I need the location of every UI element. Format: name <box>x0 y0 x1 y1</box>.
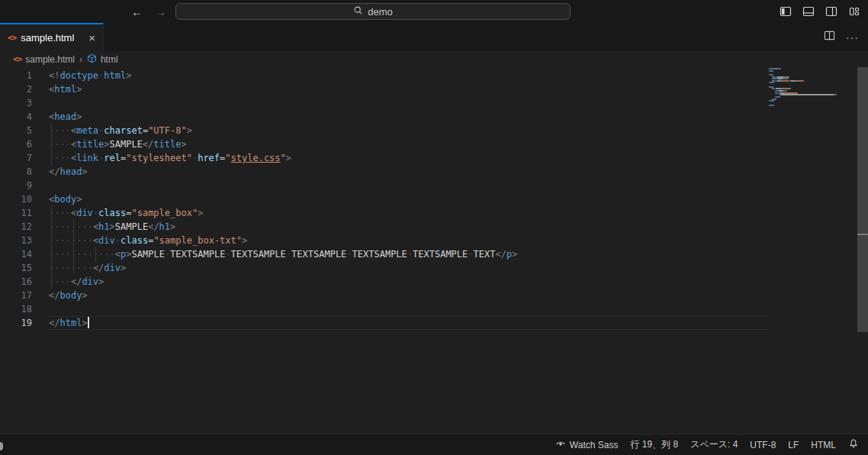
status-bar: Watch Sass 行 19、列 8 スペース: 4 UTF-8 LF HTM… <box>0 434 868 455</box>
text-cursor <box>88 317 89 328</box>
more-actions-icon[interactable]: ··· <box>846 31 859 44</box>
breadcrumb: <> sample.html › html <box>0 51 868 67</box>
code-line[interactable]: ····<meta·charset="UTF-8"> <box>49 124 769 137</box>
indent-guide <box>51 234 52 247</box>
indent-guide <box>73 234 74 247</box>
toggle-sidebar-icon[interactable] <box>780 5 792 18</box>
code-line[interactable]: ········<div·class="sample_box-txt"> <box>49 234 769 247</box>
minimap[interactable] <box>769 68 857 106</box>
line-number[interactable]: 1 <box>0 69 49 82</box>
code-line[interactable]: ····<link·rel="stylesheet"·href="style.c… <box>49 151 769 165</box>
code-line[interactable]: <!doctype·html> <box>49 69 769 82</box>
status-language[interactable]: HTML <box>805 437 842 453</box>
line-number[interactable]: 16 <box>0 275 49 289</box>
toggle-panel-icon[interactable] <box>802 5 815 18</box>
watch-sass-label: Watch Sass <box>570 440 619 450</box>
indent-guide <box>51 137 52 151</box>
indent-guide <box>51 151 52 165</box>
gutter: 12345678910111213141516171819 <box>0 69 49 330</box>
line-number[interactable]: 13 <box>0 234 49 247</box>
code-line[interactable]: </html> <box>49 316 769 330</box>
line-number[interactable]: 19 <box>0 316 49 330</box>
code-line[interactable]: ········<h1>SAMPLE</h1> <box>49 220 769 234</box>
line-number[interactable]: 3 <box>0 96 49 110</box>
split-editor-icon[interactable] <box>824 30 835 44</box>
chevron-right-icon: › <box>79 54 83 65</box>
status-cursor-position[interactable]: 行 19、列 8 <box>624 437 684 453</box>
history-navigation: ← → <box>131 0 166 23</box>
indent-guide <box>73 261 74 275</box>
code-line[interactable] <box>49 96 769 110</box>
code-line[interactable]: ····</div> <box>49 275 769 289</box>
indent-guide <box>51 261 52 275</box>
breadcrumb-file[interactable]: sample.html <box>25 54 75 65</box>
indentation-label: スペース: 4 <box>690 438 738 451</box>
scrollbar-slider[interactable] <box>857 67 868 332</box>
indent-guide <box>51 247 52 261</box>
bell-icon <box>848 438 859 451</box>
line-number[interactable]: 10 <box>0 192 49 206</box>
editor-actions: ··· <box>824 23 859 51</box>
code-line[interactable]: </body> <box>49 289 769 302</box>
editor[interactable]: 12345678910111213141516171819 <!doctype·… <box>0 67 868 433</box>
forward-arrow-icon[interactable]: → <box>155 6 166 18</box>
line-number[interactable]: 6 <box>0 137 49 151</box>
search-value: demo <box>368 6 393 18</box>
line-number[interactable]: 5 <box>0 124 49 137</box>
title-bar: ← → demo <box>0 0 868 23</box>
language-label: HTML <box>811 440 836 450</box>
code-line[interactable]: <head> <box>49 110 769 124</box>
eol-label: LF <box>788 440 799 450</box>
code-area[interactable]: <!doctype·html><html><head>····<meta·cha… <box>49 69 769 330</box>
line-number[interactable]: 12 <box>0 220 49 234</box>
status-left-indicator <box>0 442 3 450</box>
line-number[interactable]: 9 <box>0 179 49 192</box>
vertical-scrollbar[interactable] <box>857 67 868 433</box>
line-number[interactable]: 8 <box>0 165 49 179</box>
status-eol[interactable]: LF <box>782 437 805 453</box>
line-number[interactable]: 7 <box>0 151 49 165</box>
tab-label: sample.html <box>21 32 82 44</box>
symbol-cube-icon <box>87 53 97 66</box>
code-line[interactable]: </head> <box>49 165 769 179</box>
code-line[interactable]: ············<p>SAMPLE·TEXTSAMPLE·TEXTSAM… <box>49 247 769 261</box>
line-number[interactable]: 4 <box>0 110 49 124</box>
html-file-icon: <> <box>13 54 21 64</box>
indent-guide <box>51 206 52 220</box>
indent-guide <box>95 247 96 261</box>
tab-bar: <> sample.html × ··· <box>0 23 868 51</box>
minimap-row <box>769 105 857 106</box>
command-center-search[interactable]: demo <box>175 3 571 20</box>
status-notifications[interactable] <box>842 437 868 453</box>
status-watch-sass[interactable]: Watch Sass <box>549 437 625 453</box>
status-encoding[interactable]: UTF-8 <box>744 437 782 453</box>
indent-guide <box>73 247 74 261</box>
close-tab-icon[interactable]: × <box>87 32 97 44</box>
overview-ruler-cursor-marker <box>857 234 868 235</box>
line-number[interactable]: 18 <box>0 302 49 316</box>
indent-guide <box>51 220 52 234</box>
code-line[interactable] <box>49 179 769 192</box>
indent-guide <box>51 124 52 137</box>
tab-sample-html[interactable]: <> sample.html × <box>0 23 104 51</box>
breadcrumb-symbol[interactable]: html <box>101 54 118 65</box>
code-line[interactable] <box>49 302 769 316</box>
line-number[interactable]: 14 <box>0 247 49 261</box>
indent-guide <box>73 220 74 234</box>
cursor-position-label: 行 19、列 8 <box>630 438 678 451</box>
layout-controls <box>780 0 860 23</box>
customize-layout-icon[interactable] <box>848 5 860 18</box>
code-line[interactable]: <html> <box>49 82 769 96</box>
code-line[interactable]: ····<title>SAMPLE</title> <box>49 137 769 151</box>
code-line[interactable]: <body> <box>49 192 769 206</box>
status-indentation[interactable]: スペース: 4 <box>684 437 744 453</box>
back-arrow-icon[interactable]: ← <box>131 6 143 18</box>
toggle-secondary-sidebar-icon[interactable] <box>825 5 837 18</box>
line-number[interactable]: 2 <box>0 82 49 96</box>
code-line[interactable]: ····<div·class="sample_box"> <box>49 206 769 220</box>
line-number[interactable]: 17 <box>0 289 49 302</box>
code-line[interactable]: ········</div> <box>49 261 769 275</box>
line-number[interactable]: 11 <box>0 206 49 220</box>
line-number[interactable]: 15 <box>0 261 49 275</box>
eye-icon <box>555 438 566 451</box>
